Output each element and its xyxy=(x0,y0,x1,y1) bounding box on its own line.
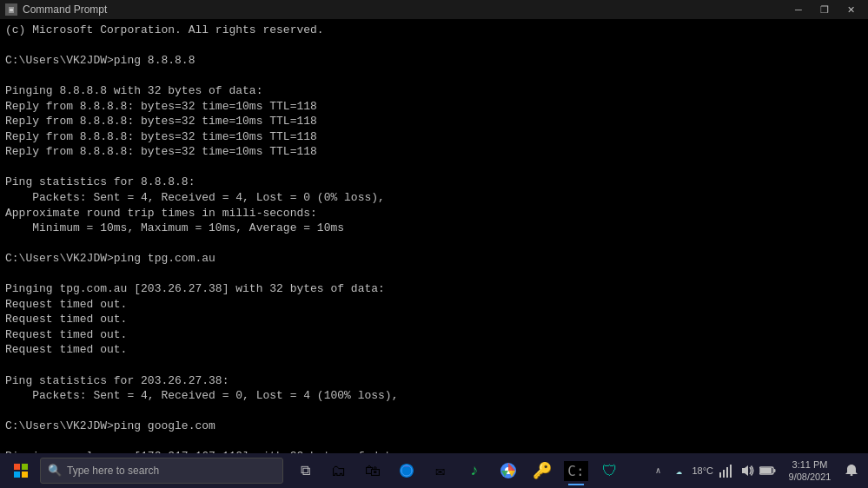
volume-icon[interactable] xyxy=(738,454,757,487)
store-button[interactable]: 🛍 xyxy=(356,454,389,487)
svg-marker-6 xyxy=(742,465,748,476)
svg-rect-5 xyxy=(730,465,732,478)
notification-button[interactable] xyxy=(842,454,861,487)
network-icon[interactable] xyxy=(717,454,736,487)
chrome-button[interactable] xyxy=(492,454,525,487)
keepass-button[interactable]: 🔑 xyxy=(526,454,559,487)
terminal-button[interactable]: C: xyxy=(560,454,593,487)
temperature-text: 18°C xyxy=(690,465,715,476)
taskbar: 🔍 Type here to search ⧉ 🗂 🛍 ✉ ♪ xyxy=(0,453,868,488)
search-icon: 🔍 xyxy=(48,464,62,478)
spotify-button[interactable]: ♪ xyxy=(458,454,491,487)
system-tray: ∧ ☁ 18°C xyxy=(648,454,865,487)
file-explorer-button[interactable]: 🗂 xyxy=(322,454,355,487)
mail-button[interactable]: ✉ xyxy=(424,454,457,487)
battery-icon[interactable] xyxy=(759,454,778,487)
search-placeholder-text: Type here to search xyxy=(67,465,159,477)
cmd-icon: ▣ xyxy=(5,3,17,16)
svg-rect-4 xyxy=(726,467,728,478)
terminal-output: (c) Microsoft Corporation. All rights re… xyxy=(0,19,868,453)
clock-date: 9/08/2021 xyxy=(789,471,832,483)
edge-button[interactable] xyxy=(390,454,423,487)
windows-logo xyxy=(14,464,28,478)
restore-button[interactable]: ❐ xyxy=(812,2,837,17)
taskbar-app-icons: ⧉ 🗂 🛍 ✉ ♪ xyxy=(288,454,626,487)
svg-rect-3 xyxy=(723,470,725,478)
svg-rect-10 xyxy=(851,474,853,476)
weather-icon[interactable]: ☁ xyxy=(669,454,688,487)
taskview-button[interactable]: ⧉ xyxy=(288,454,321,487)
svg-rect-2 xyxy=(719,472,721,478)
tray-arrow-button[interactable]: ∧ xyxy=(648,454,667,487)
window-controls: ─ ❐ ✕ xyxy=(786,2,863,17)
clock[interactable]: 3:11 PM 9/08/2021 xyxy=(779,454,840,487)
close-button[interactable]: ✕ xyxy=(838,2,863,17)
title-bar: ▣ Command Prompt ─ ❐ ✕ xyxy=(0,0,868,19)
start-button[interactable] xyxy=(3,454,38,487)
minimize-button[interactable]: ─ xyxy=(786,2,811,17)
svg-rect-9 xyxy=(774,469,776,472)
clock-time: 3:11 PM xyxy=(792,458,828,471)
security-button[interactable]: 🛡 xyxy=(593,454,626,487)
window-title: Command Prompt xyxy=(23,3,107,16)
title-bar-left: ▣ Command Prompt xyxy=(5,3,107,16)
taskbar-search[interactable]: 🔍 Type here to search xyxy=(40,458,283,484)
svg-rect-8 xyxy=(760,468,772,473)
